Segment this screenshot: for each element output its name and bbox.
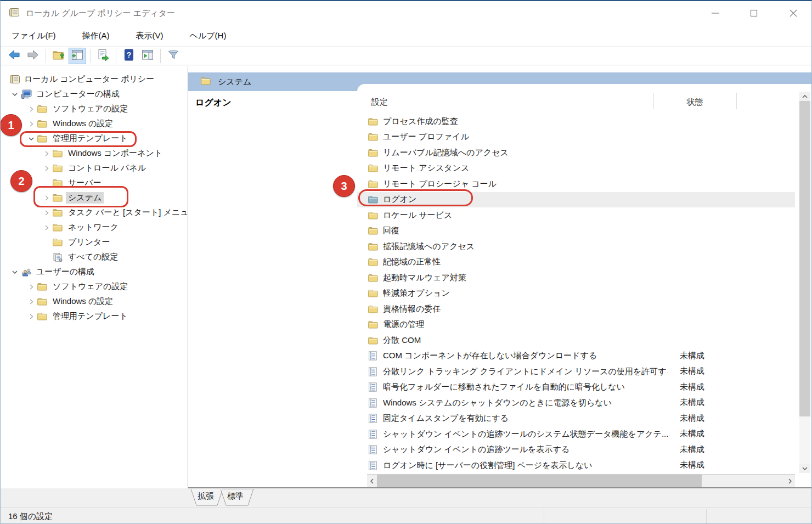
tree-item-15[interactable]: Windows の設定 [1, 294, 188, 309]
column-header-settings[interactable]: 設定 [371, 97, 388, 108]
tree-item-12[interactable]: すべての設定 [1, 250, 188, 264]
vertical-scroll-thumb[interactable] [799, 101, 810, 416]
back-button[interactable] [5, 48, 23, 64]
column-header-status[interactable]: 状態 [653, 97, 736, 108]
scroll-left-button[interactable] [367, 475, 377, 487]
chevron-closed-icon[interactable] [25, 284, 37, 290]
chevron-open-icon[interactable] [9, 269, 21, 275]
tab-extended[interactable]: 拡張 [191, 491, 220, 502]
tree-item-10[interactable]: ネットワーク [1, 220, 188, 235]
tree-item-13[interactable]: ユーザーの構成 [1, 264, 188, 279]
scroll-right-button[interactable] [785, 475, 795, 487]
setting-name: 軽減策オプション [383, 288, 450, 298]
status-text: 16 個の設定 [8, 511, 53, 522]
setting-status: 未構成 [680, 444, 704, 455]
toolbar-separator [116, 49, 116, 63]
show-console-tree-icon [71, 48, 84, 63]
help-button[interactable]: ? [120, 48, 138, 64]
tree-item-9[interactable]: タスク バーと [スタート] メニュー [1, 205, 188, 220]
up-one-level-button[interactable] [50, 48, 67, 64]
policy-setting-icon [368, 398, 383, 408]
policy-row-0[interactable]: COM コンポーネントが存在しない場合ダウンロードする未構成 [357, 348, 795, 364]
chevron-left-icon [370, 478, 374, 484]
tree-item-3[interactable]: Windows の設定 [1, 116, 188, 131]
folder-row-9[interactable]: 記憶域の正常性 [357, 255, 795, 271]
chevron-closed-icon[interactable] [25, 313, 37, 320]
folder-row-13[interactable]: 電源の管理 [357, 317, 795, 333]
menu-bar: ファイル(F)操作(A)表示(V)ヘルプ(H) [1, 26, 811, 47]
root-icon [9, 74, 22, 84]
folder-row-0[interactable]: プロセス作成の監査 [357, 114, 795, 129]
folder-row-8[interactable]: 拡張記憶域へのアクセス [357, 239, 795, 255]
maximize-button[interactable] [742, 4, 766, 22]
setting-name: プロセス作成の監査 [383, 116, 458, 127]
minimize-button[interactable] [703, 4, 728, 22]
filter-button[interactable] [165, 48, 182, 64]
folder-row-7[interactable]: 回復 [357, 223, 795, 239]
policy-row-2[interactable]: 暗号化フォルダーに移動されたファイルを自動的に暗号化しない未構成 [357, 380, 795, 396]
policy-row-7[interactable]: ログオン時に [サーバーの役割管理] ページを表示しない未構成 [357, 458, 795, 474]
computer-icon [21, 89, 34, 99]
tree-item-5[interactable]: Windows コンポーネント [1, 146, 188, 161]
tree-item-2[interactable]: ソフトウェアの設定 [1, 102, 188, 116]
title-bar: ローカル グループ ポリシー エディター [1, 1, 811, 26]
folder-row-14[interactable]: 分散 COM [357, 333, 795, 348]
folder-row-3[interactable]: リモート アシスタンス [357, 161, 795, 177]
policy-setting-icon [368, 382, 383, 392]
export-list-button[interactable] [94, 48, 112, 64]
scroll-up-button[interactable] [799, 92, 810, 101]
results-panel: システム ログオン 設定 状態 プロセス作成の監査 ユーザー プロファイル リム… [188, 66, 812, 507]
policy-row-1[interactable]: 分散リンク トラッキング クライアントにドメイン リソースの使用を許可する未構成 [357, 364, 795, 380]
setting-name: 暗号化フォルダーに移動されたファイルを自動的に暗号化しない [383, 382, 625, 392]
setting-name: 回復 [383, 226, 399, 236]
chevron-closed-icon[interactable] [41, 210, 53, 216]
chevron-closed-icon[interactable] [41, 165, 53, 172]
folder-row-1[interactable]: ユーザー プロファイル [357, 129, 795, 145]
menu-item-0[interactable]: ファイル(F) [4, 27, 64, 44]
chevron-closed-icon[interactable] [25, 121, 37, 127]
menu-item-1[interactable]: 操作(A) [75, 27, 117, 44]
policy-row-6[interactable]: シャットダウン イベントの追跡ツールを表示する未構成 [357, 442, 795, 458]
chevron-closed-icon[interactable] [41, 224, 53, 231]
column-separator[interactable] [736, 93, 737, 109]
tab-standard[interactable]: 標準 [221, 491, 250, 502]
policy-setting-icon [368, 461, 383, 470]
chevron-closed-icon[interactable] [41, 150, 53, 157]
folder-row-2[interactable]: リムーバブル記憶域へのアクセス [357, 145, 795, 161]
horizontal-scroll-thumb[interactable] [377, 475, 702, 487]
folder-row-11[interactable]: 軽減策オプション [357, 286, 795, 302]
folder-icon [37, 120, 50, 128]
menu-item-2[interactable]: 表示(V) [128, 27, 171, 44]
chevron-closed-icon[interactable] [25, 298, 37, 305]
policy-row-4[interactable]: 固定タイムスタンプを有効にする未構成 [357, 411, 795, 427]
forward-button[interactable] [24, 48, 42, 64]
tree-item-label: Windows コンポーネント [66, 148, 165, 159]
tree-item-1[interactable]: コンピューターの構成 [1, 87, 188, 102]
folder-row-6[interactable]: ロケール サービス [357, 207, 795, 223]
scroll-down-button[interactable] [799, 464, 810, 473]
forward-icon [26, 48, 40, 63]
policy-row-3[interactable]: Windows システムのシャットダウンのときに電源を切らない未構成 [357, 395, 795, 411]
tree-item-0[interactable]: ローカル コンピューター ポリシー [1, 72, 188, 87]
show-console-tree-button[interactable] [69, 48, 86, 64]
tree-item-14[interactable]: ソフトウェアの設定 [1, 279, 188, 294]
chevron-up-icon [802, 95, 808, 98]
tree-item-16[interactable]: 管理用テンプレート [1, 309, 188, 324]
tree-item-label: コンピューターの構成 [34, 88, 122, 100]
menu-item-3[interactable]: ヘルプ(H) [182, 27, 234, 44]
chevron-open-icon[interactable] [9, 92, 21, 97]
export-list-icon [97, 48, 110, 63]
tree-item-11[interactable]: プリンター [1, 235, 188, 250]
folder-row-12[interactable]: 資格情報の委任 [357, 301, 795, 317]
chevron-closed-icon[interactable] [25, 106, 37, 112]
group-policy-editor-window: ローカル グループ ポリシー エディター ファイル(F)操作(A)表示(V)ヘル… [0, 0, 812, 524]
show-action-pane-button[interactable] [139, 48, 156, 64]
setting-status: 未構成 [680, 382, 704, 392]
policy-row-5[interactable]: シャットダウン イベントの追跡ツールのシステム状態データ機能をアクテ...未構成 [357, 426, 795, 442]
folder-icon [368, 274, 383, 282]
close-button[interactable] [781, 4, 805, 22]
vertical-scrollbar[interactable] [799, 92, 810, 473]
horizontal-scrollbar[interactable] [367, 474, 795, 487]
folder-row-10[interactable]: 起動時マルウェア対策 [357, 270, 795, 286]
tree-item-label: ユーザーの構成 [34, 266, 97, 278]
